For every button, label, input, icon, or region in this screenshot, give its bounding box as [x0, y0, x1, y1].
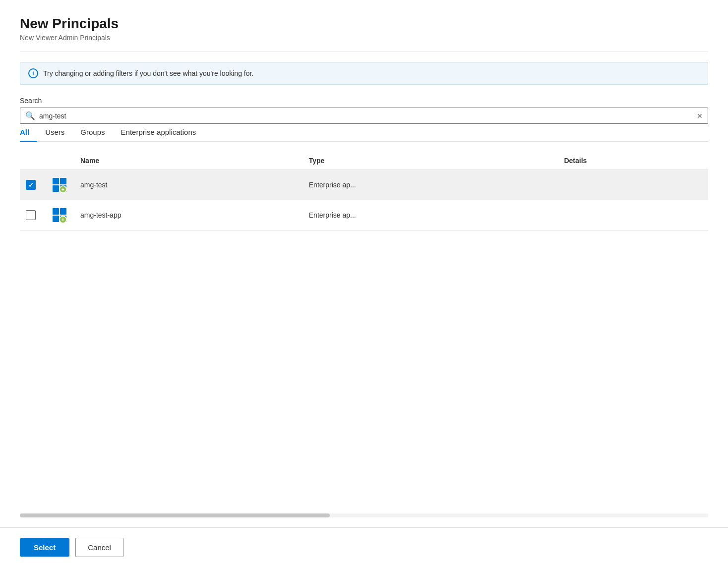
checkmark-icon: ✓ — [28, 182, 34, 188]
svg-rect-8 — [53, 216, 59, 222]
col-header-type: Type — [303, 152, 558, 170]
row-2-type: Enterprise ap... — [303, 200, 558, 230]
svg-text:+: + — [61, 217, 64, 223]
col-header-checkbox — [20, 152, 45, 170]
app-icon-1: + — [51, 176, 68, 194]
svg-rect-1 — [60, 178, 66, 184]
table-row[interactable]: + amg-test-app Enterprise ap... — [20, 200, 708, 230]
row-2-details — [558, 200, 708, 230]
tab-enterprise-applications[interactable]: Enterprise applications — [113, 124, 204, 141]
svg-text:+: + — [61, 187, 64, 192]
search-icon: 🔍 — [25, 111, 35, 120]
row-1-type: Enterprise ap... — [303, 170, 558, 200]
page-title: New Principals — [20, 16, 708, 32]
col-header-details: Details — [558, 152, 708, 170]
enterprise-app-icon: + — [52, 177, 67, 193]
row-1-checkbox-cell[interactable]: ✓ — [20, 170, 45, 200]
select-button[interactable]: Select — [20, 538, 69, 557]
horizontal-scrollbar[interactable] — [20, 513, 708, 517]
search-label: Search — [20, 97, 708, 105]
search-input-wrapper[interactable]: 🔍 ✕ — [20, 108, 708, 124]
row-2-icon-cell: + — [45, 200, 74, 230]
header-divider — [20, 52, 708, 52]
search-section: Search 🔍 ✕ — [20, 97, 708, 124]
tab-users[interactable]: Users — [37, 124, 72, 141]
tabs-container: All Users Groups Enterprise applications — [20, 124, 708, 142]
info-banner-text: Try changing or adding filters if you do… — [43, 69, 253, 77]
svg-rect-6 — [53, 208, 59, 215]
tab-all[interactable]: All — [20, 124, 37, 141]
svg-rect-2 — [53, 185, 59, 192]
info-banner: i Try changing or adding filters if you … — [20, 62, 708, 85]
checkbox-unchecked[interactable] — [26, 210, 36, 220]
info-icon: i — [28, 68, 38, 78]
page-subtitle: New Viewer Admin Principals — [20, 34, 708, 42]
app-icon-2: + — [51, 206, 68, 224]
table-row[interactable]: ✓ + — [20, 170, 708, 200]
tab-groups[interactable]: Groups — [72, 124, 113, 141]
search-input[interactable] — [39, 112, 693, 120]
clear-search-icon[interactable]: ✕ — [697, 112, 703, 120]
row-2-checkbox-cell[interactable] — [20, 200, 45, 230]
enterprise-app-icon-2: + — [52, 207, 67, 223]
checkbox-checked[interactable]: ✓ — [26, 180, 36, 190]
col-header-icon — [45, 152, 74, 170]
row-1-icon-cell: + — [45, 170, 74, 200]
row-2-name: amg-test-app — [74, 200, 303, 230]
scrollbar-thumb[interactable] — [20, 513, 330, 517]
svg-rect-0 — [53, 178, 59, 184]
col-header-name: Name — [74, 152, 303, 170]
results-table-container: Name Type Details ✓ — [20, 152, 708, 513]
row-1-name: amg-test — [74, 170, 303, 200]
svg-rect-7 — [60, 208, 66, 215]
row-1-details — [558, 170, 708, 200]
table-header-row: Name Type Details — [20, 152, 708, 170]
cancel-button[interactable]: Cancel — [75, 538, 123, 557]
page-title-area: New Principals New Viewer Admin Principa… — [20, 16, 708, 52]
results-table: Name Type Details ✓ — [20, 152, 708, 230]
footer-actions: Select Cancel — [20, 528, 708, 567]
